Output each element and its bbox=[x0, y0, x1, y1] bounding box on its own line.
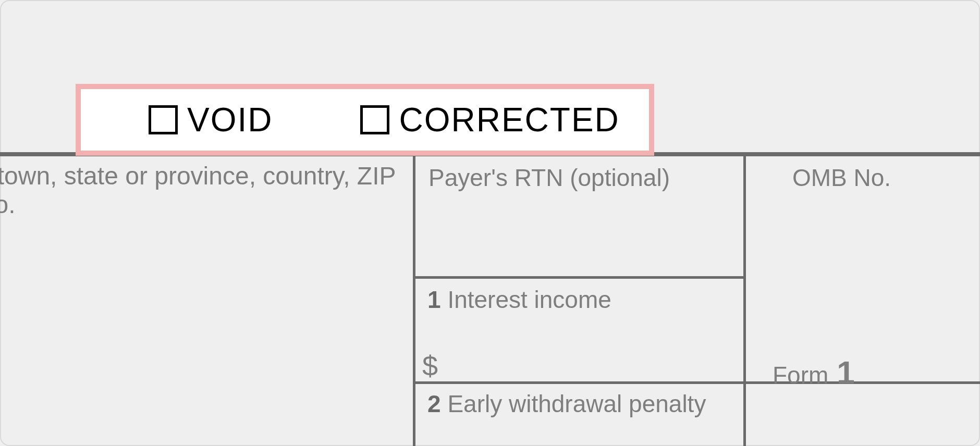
payer-address-line1: ess, city or town, state or province, co… bbox=[0, 162, 396, 190]
box-2-early-withdrawal: 2 Early withdrawal penalty bbox=[427, 390, 897, 418]
corrected-checkbox-icon[interactable] bbox=[360, 105, 389, 134]
void-checkbox-group[interactable]: VOID bbox=[149, 101, 273, 139]
horizontal-divider-1 bbox=[413, 276, 746, 279]
box-1-currency-symbol: $ bbox=[422, 349, 438, 383]
payer-rtn-label: Payer's RTN (optional) bbox=[428, 164, 731, 192]
box-1-interest-income: 1 Interest income bbox=[427, 286, 735, 314]
tax-form-1099-fragment: ess, city or town, state or province, co… bbox=[0, 152, 980, 446]
horizontal-divider-2 bbox=[413, 381, 980, 384]
omb-number-label: OMB No. bbox=[792, 164, 980, 192]
payer-address-line2: elephone no. bbox=[0, 191, 16, 218]
box-2-label: Early withdrawal penalty bbox=[447, 390, 706, 417]
corrected-checkbox-group[interactable]: CORRECTED bbox=[360, 101, 619, 139]
corrected-label: CORRECTED bbox=[399, 101, 619, 139]
form-designation: Form1 bbox=[773, 353, 855, 392]
form-word: Form bbox=[773, 362, 828, 389]
void-corrected-row: VOID CORRECTED bbox=[81, 89, 649, 151]
page: ess, city or town, state or province, co… bbox=[0, 0, 980, 446]
void-checkbox-icon[interactable] bbox=[149, 105, 178, 134]
box-1-label: Interest income bbox=[447, 286, 611, 313]
payer-address-cell: ess, city or town, state or province, co… bbox=[0, 162, 402, 219]
box-1-number: 1 bbox=[427, 286, 441, 313]
form-number-fragment: 1 bbox=[837, 354, 854, 390]
void-label: VOID bbox=[187, 101, 273, 139]
box-2-number: 2 bbox=[427, 390, 441, 417]
void-corrected-highlight: VOID CORRECTED bbox=[76, 84, 654, 156]
vertical-divider-1 bbox=[413, 156, 415, 446]
